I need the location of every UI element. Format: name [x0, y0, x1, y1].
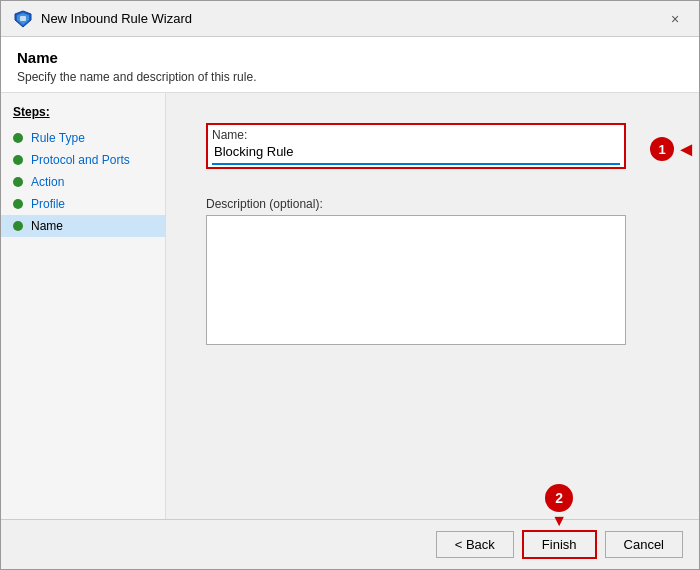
description-form-group: Description (optional): [206, 189, 659, 345]
name-input[interactable] [212, 142, 620, 165]
step-dot [13, 199, 23, 209]
step-label: Protocol and Ports [31, 153, 130, 167]
title-bar-left: New Inbound Rule Wizard [13, 9, 192, 29]
step-profile[interactable]: Profile [1, 193, 165, 215]
name-label: Name: [212, 128, 247, 142]
step-label: Action [31, 175, 64, 189]
step-protocol-ports[interactable]: Protocol and Ports [1, 149, 165, 171]
description-label: Description (optional): [206, 197, 659, 211]
dialog-footer: < Back 2 ▼ Finish Cancel [1, 519, 699, 569]
name-input-container: Name: [206, 123, 626, 169]
step-label: Profile [31, 197, 65, 211]
annotation-badge-2: 2 [545, 484, 573, 512]
page-title: Name [17, 49, 683, 66]
window-title: New Inbound Rule Wizard [41, 11, 192, 26]
step-dot [13, 221, 23, 231]
finish-button[interactable]: Finish [522, 530, 597, 559]
svg-rect-2 [20, 16, 26, 21]
steps-panel: Steps: Rule Type Protocol and Ports Acti… [1, 93, 166, 519]
cancel-button[interactable]: Cancel [605, 531, 683, 558]
step-name[interactable]: Name [1, 215, 165, 237]
name-form-group: 1 ◄ Name: [206, 123, 659, 169]
annotation-badge-1: 1 [650, 137, 674, 161]
main-content: 1 ◄ Name: Description (optional): [166, 93, 699, 519]
step-label: Rule Type [31, 131, 85, 145]
back-button[interactable]: < Back [436, 531, 514, 558]
annotation-arrow-1: ◄ [676, 139, 696, 159]
annotation-2-wrapper: 2 ▼ Finish [522, 530, 597, 559]
step-label: Name [31, 219, 63, 233]
step-dot [13, 177, 23, 187]
wizard-icon [13, 9, 33, 29]
description-textarea[interactable] [206, 215, 626, 345]
close-button[interactable]: × [663, 7, 687, 31]
step-rule-type[interactable]: Rule Type [1, 127, 165, 149]
step-action[interactable]: Action [1, 171, 165, 193]
dialog-header: Name Specify the name and description of… [1, 37, 699, 93]
steps-title: Steps: [1, 105, 165, 127]
step-dot [13, 155, 23, 165]
step-dot [13, 133, 23, 143]
annotation-arrow-2: ▼ [551, 512, 567, 530]
dialog-window: New Inbound Rule Wizard × Name Specify t… [0, 0, 700, 570]
title-bar: New Inbound Rule Wizard × [1, 1, 699, 37]
dialog-body: Steps: Rule Type Protocol and Ports Acti… [1, 93, 699, 519]
page-subtitle: Specify the name and description of this… [17, 70, 683, 84]
